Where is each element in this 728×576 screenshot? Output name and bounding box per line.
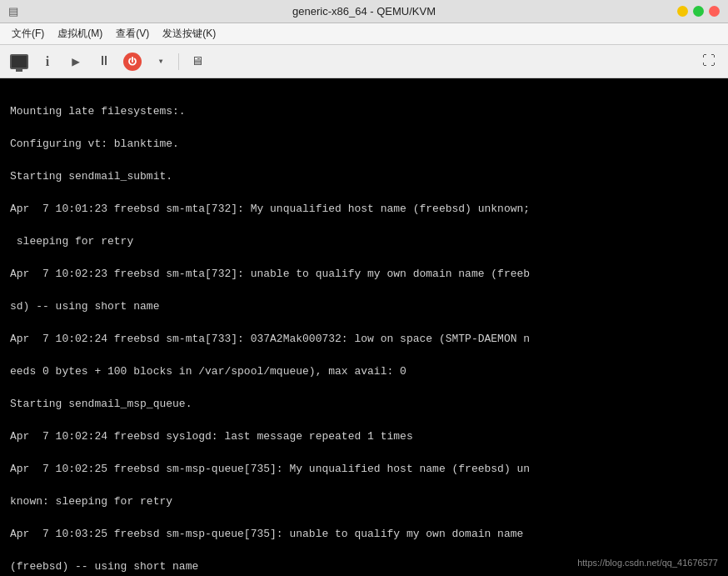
menu-vm[interactable]: 虚拟机(M) — [52, 25, 107, 43]
terminal-line-13: Apr 7 10:03:25 freebsd sm-msp-queue[735]… — [10, 528, 523, 540]
pause-icon: ⏸ — [97, 53, 111, 69]
terminal-line-3: Apr 7 10:01:23 freebsd sm-mta[732]: My u… — [10, 203, 530, 215]
window-title: generic-x86_64 - QEMU/KVM — [292, 5, 436, 18]
info-button[interactable]: i — [35, 50, 60, 73]
terminal-output: Mounting late filesystems:. Configuring … — [10, 87, 718, 576]
play-icon: ▶ — [72, 53, 80, 70]
power-icon — [123, 53, 142, 71]
power-button[interactable] — [120, 50, 145, 73]
terminal-line-2: Starting sendmail_submit. — [10, 170, 172, 183]
toolbar-separator — [178, 53, 179, 70]
title-bar: ▤ generic-x86_64 - QEMU/KVM — [0, 0, 728, 23]
toolbar: i ▶ ⏸ ▾ 🖥 ⛶ — [0, 45, 728, 78]
terminal-line-11: Apr 7 10:02:25 freebsd sm-msp-queue[735]… — [10, 463, 530, 475]
info-icon: i — [46, 54, 49, 69]
menu-sendkey[interactable]: 发送按键(K) — [157, 25, 221, 43]
minimize-btn[interactable] — [677, 6, 688, 17]
terminal-line-7: Apr 7 10:02:24 freebsd sm-mta[733]: 037A… — [10, 333, 530, 345]
pause-button[interactable]: ⏸ — [92, 50, 117, 73]
monitor-button[interactable] — [7, 50, 32, 73]
dropdown-icon: ▾ — [157, 55, 163, 68]
maximize-btn[interactable] — [693, 6, 704, 17]
terminal-line-5: Apr 7 10:02:23 freebsd sm-mta[732]: unab… — [10, 268, 530, 280]
menu-bar: 文件(F) 虚拟机(M) 查看(V) 发送按键(K) — [0, 23, 728, 45]
screenshot-icon: 🖥 — [191, 54, 203, 69]
close-btn[interactable] — [709, 6, 720, 17]
terminal-line-0: Mounting late filesystems:. — [10, 105, 186, 118]
terminal-line-9: Starting sendmail_msp_queue. — [10, 398, 192, 410]
play-button[interactable]: ▶ — [63, 50, 88, 73]
menu-file[interactable]: 文件(F) — [7, 25, 49, 43]
fullscreen-button[interactable]: ⛶ — [696, 50, 721, 73]
fullscreen-icon: ⛶ — [702, 53, 716, 69]
window-controls — [677, 6, 720, 17]
terminal-area[interactable]: Mounting late filesystems:. Configuring … — [0, 78, 728, 576]
screenshot-button[interactable]: 🖥 — [184, 50, 209, 73]
dropdown-button[interactable]: ▾ — [148, 50, 173, 73]
window-icon: ▤ — [8, 5, 18, 18]
terminal-line-6: sd) -- using short name — [10, 300, 159, 313]
terminal-line-4: sleeping for retry — [10, 235, 133, 248]
menu-view[interactable]: 查看(V) — [111, 25, 154, 43]
terminal-line-10: Apr 7 10:02:24 freebsd syslogd: last mes… — [10, 430, 413, 443]
terminal-line-8: eeds 0 bytes + 100 blocks in /var/spool/… — [10, 365, 406, 378]
terminal-line-1: Configuring vt: blanktime. — [10, 138, 179, 150]
monitor-icon — [10, 54, 28, 69]
terminal-line-14: (freebsd) -- using short name — [10, 560, 198, 573]
terminal-line-12: known: sleeping for retry — [10, 495, 172, 508]
credit-text: https://blog.csdn.net/qq_41676577 — [577, 556, 718, 570]
